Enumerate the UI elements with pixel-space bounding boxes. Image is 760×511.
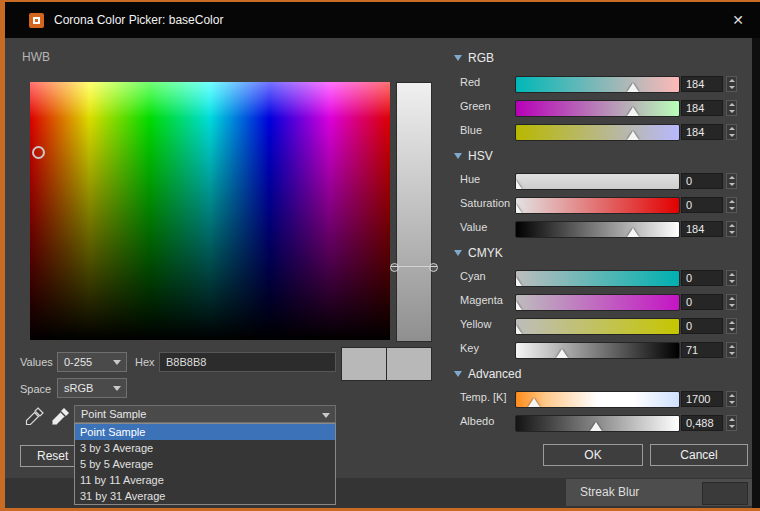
section-header-advanced: Advanced <box>454 366 521 382</box>
albedo-value-field[interactable]: 0,488 <box>681 415 723 431</box>
saturation-slider[interactable] <box>515 197 680 214</box>
key-value-field[interactable]: 71 <box>681 342 723 358</box>
dropdown-option-5x5[interactable]: 5 by 5 Average <box>75 456 335 472</box>
streak-blur-box[interactable] <box>702 482 748 505</box>
row-red: Red 184 <box>460 72 742 96</box>
cyan-slider-handle[interactable] <box>515 277 522 286</box>
magenta-slider[interactable] <box>515 294 680 311</box>
spin-down-icon[interactable] <box>727 229 736 236</box>
saturation-value-field[interactable]: 0 <box>681 197 723 213</box>
collapse-arrow-icon[interactable] <box>454 55 462 61</box>
brightness-slider-handle[interactable] <box>391 266 437 267</box>
corona-logo-icon <box>29 13 44 28</box>
temperature-value-field[interactable]: 1700 <box>681 391 723 407</box>
titlebar[interactable]: Corona Color Picker: baseColor ✕ <box>0 2 760 38</box>
blue-slider[interactable] <box>515 124 680 141</box>
spin-down-icon[interactable] <box>727 84 736 91</box>
color-space-select[interactable]: sRGB <box>57 378 127 398</box>
spin-down-icon[interactable] <box>727 132 736 139</box>
blue-value-field[interactable]: 184 <box>681 124 723 140</box>
spin-up-icon[interactable] <box>727 77 736 84</box>
hex-input[interactable] <box>159 352 336 372</box>
green-slider[interactable] <box>515 100 680 117</box>
row-saturation: Saturation 0 <box>460 193 742 217</box>
green-slider-handle[interactable] <box>627 107 639 116</box>
dropdown-option-3x3[interactable]: 3 by 3 Average <box>75 440 335 456</box>
spin-down-icon[interactable] <box>727 302 736 309</box>
color-field-cursor[interactable] <box>32 146 45 159</box>
color-field[interactable] <box>30 82 390 340</box>
current-color-swatch[interactable] <box>342 348 387 380</box>
cyan-value-field[interactable]: 0 <box>681 270 723 286</box>
magenta-value-field[interactable]: 0 <box>681 294 723 310</box>
previous-color-swatch[interactable] <box>387 348 431 380</box>
spin-down-icon[interactable] <box>727 278 736 285</box>
yellow-slider[interactable] <box>515 318 680 335</box>
spin-down-icon[interactable] <box>727 350 736 357</box>
value-slider-handle[interactable] <box>627 228 639 237</box>
dropdown-option-11x11[interactable]: 11 by 11 Average <box>75 472 335 488</box>
spin-up-icon[interactable] <box>727 416 736 423</box>
yellow-slider-handle[interactable] <box>515 325 522 334</box>
spin-up-icon[interactable] <box>727 174 736 181</box>
spin-down-icon[interactable] <box>727 108 736 115</box>
spin-up-icon[interactable] <box>727 392 736 399</box>
row-cyan: Cyan 0 <box>460 266 742 290</box>
eyedropper-icon[interactable] <box>23 406 45 428</box>
spin-up-icon[interactable] <box>727 101 736 108</box>
spin-up-icon[interactable] <box>727 222 736 229</box>
spin-down-icon[interactable] <box>727 181 736 188</box>
temperature-slider[interactable] <box>515 391 680 408</box>
spin-up-icon[interactable] <box>727 295 736 302</box>
dropdown-option-point-sample[interactable]: Point Sample <box>75 424 335 440</box>
spin-up-icon[interactable] <box>727 319 736 326</box>
close-button[interactable]: ✕ <box>726 2 750 38</box>
brightness-slider[interactable] <box>396 82 432 342</box>
collapse-arrow-icon[interactable] <box>454 371 462 377</box>
blue-spinner <box>726 124 737 140</box>
dropdown-option-31x31[interactable]: 31 by 31 Average <box>75 488 335 504</box>
hue-slider[interactable] <box>515 173 680 190</box>
spin-down-icon[interactable] <box>727 399 736 406</box>
spin-up-icon[interactable] <box>727 125 736 132</box>
temperature-slider-handle[interactable] <box>528 398 540 407</box>
value-spinner <box>726 221 737 237</box>
ok-button[interactable]: OK <box>543 444 643 466</box>
spin-down-icon[interactable] <box>727 326 736 333</box>
spin-down-icon[interactable] <box>727 423 736 430</box>
spin-up-icon[interactable] <box>727 343 736 350</box>
eyedropper-filled-icon[interactable] <box>49 406 71 428</box>
cyan-slider[interactable] <box>515 270 680 287</box>
spin-down-icon[interactable] <box>727 205 736 212</box>
albedo-slider[interactable] <box>515 415 680 432</box>
spin-up-icon[interactable] <box>727 198 736 205</box>
background-strip <box>752 0 760 511</box>
red-slider[interactable] <box>515 76 680 93</box>
color-picker-dialog: HWB Values 0-255 Hex Space sRGB <box>5 38 752 478</box>
collapse-arrow-icon[interactable] <box>454 250 462 256</box>
blue-slider-handle[interactable] <box>627 131 639 140</box>
row-blue: Blue 184 <box>460 120 742 144</box>
spin-up-icon[interactable] <box>727 271 736 278</box>
yellow-value-field[interactable]: 0 <box>681 318 723 334</box>
value-slider-hsv[interactable] <box>515 221 680 238</box>
albedo-slider-handle[interactable] <box>590 422 602 431</box>
red-slider-handle[interactable] <box>627 83 639 92</box>
hue-slider-handle[interactable] <box>515 180 522 189</box>
values-format-selected: 0-255 <box>64 356 92 368</box>
saturation-slider-handle[interactable] <box>515 204 522 213</box>
hue-value-field[interactable]: 0 <box>681 173 723 189</box>
cancel-button[interactable]: Cancel <box>650 444 748 466</box>
collapse-arrow-icon[interactable] <box>454 153 462 159</box>
handle-right-circle-icon <box>429 263 438 272</box>
streak-blur-panel[interactable]: Streak Blur <box>566 479 752 506</box>
red-value-field[interactable]: 184 <box>681 76 723 92</box>
key-slider-handle[interactable] <box>556 349 568 358</box>
magenta-spinner <box>726 294 737 310</box>
values-format-select[interactable]: 0-255 <box>57 352 127 372</box>
key-slider[interactable] <box>515 342 680 359</box>
sample-mode-select[interactable]: Point Sample <box>74 405 336 423</box>
value-value-field[interactable]: 184 <box>681 221 723 237</box>
magenta-slider-handle[interactable] <box>515 301 522 310</box>
green-value-field[interactable]: 184 <box>681 100 723 116</box>
